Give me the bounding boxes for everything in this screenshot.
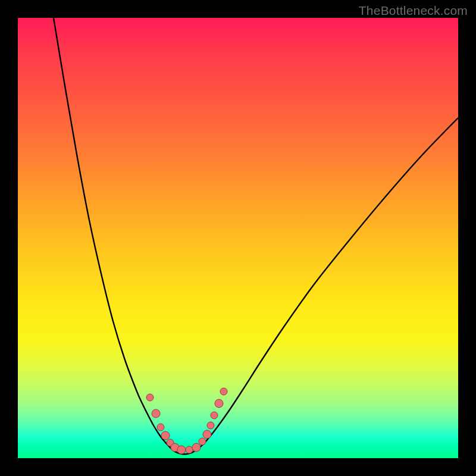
marker-dot [157, 424, 164, 431]
marker-dot [177, 446, 186, 454]
marker-dot [152, 409, 160, 418]
marker-dot [203, 430, 211, 439]
curve-layer [18, 18, 458, 458]
chart-frame: TheBottleneck.com [0, 0, 476, 476]
marker-dot [199, 438, 206, 445]
marker-dot [220, 388, 227, 395]
marker-dot [186, 446, 193, 453]
marker-dot [161, 431, 170, 440]
marker-dot [215, 399, 223, 408]
bottleneck-curve-path [54, 18, 458, 454]
watermark-label: TheBottleneck.com [359, 4, 468, 18]
marker-dot [207, 422, 214, 429]
marker-dot [192, 443, 201, 452]
marker-dot [211, 412, 218, 419]
bottleneck-curve [54, 18, 458, 454]
marker-dot [146, 394, 154, 401]
marker-dots [146, 388, 227, 454]
plot-area [18, 18, 458, 458]
